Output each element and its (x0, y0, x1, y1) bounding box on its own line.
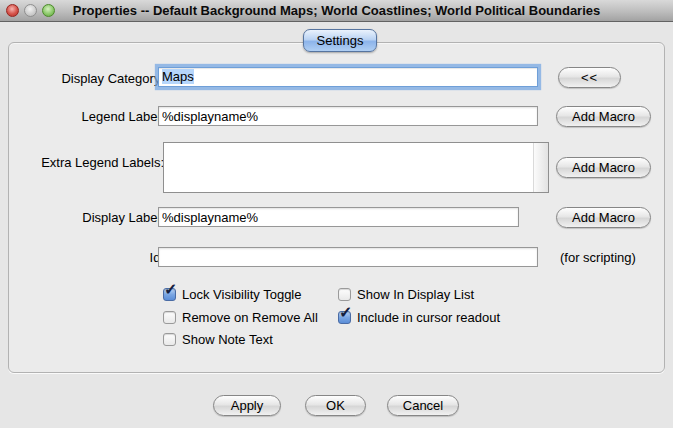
checkbox-label: Include in cursor readout (357, 310, 500, 325)
display-category-label: Display Category: (19, 71, 164, 87)
checkbox-remove-on-remove-all[interactable]: ✓ Remove on Remove All (163, 309, 318, 325)
cancel-button[interactable]: Cancel (387, 395, 459, 416)
display-category-value: Maps (162, 69, 194, 84)
apply-button[interactable]: Apply (213, 395, 281, 416)
checkbox-label: Remove on Remove All (182, 310, 318, 325)
extra-legend-labels-label: Extra Legend Labels: (19, 155, 164, 171)
extra-legend-labels-textarea[interactable] (163, 142, 549, 193)
checkbox-lock-visibility-toggle[interactable]: ✓ Lock Visibility Toggle (163, 286, 301, 302)
checkbox-label: Show In Display List (357, 287, 474, 302)
checkbox-show-note-text[interactable]: ✓ Show Note Text (163, 331, 273, 347)
checkbox-show-in-display-list[interactable]: ✓ Show In Display List (338, 286, 474, 302)
add-macro-button-display[interactable]: Add Macro (556, 207, 651, 228)
add-macro-button-extra[interactable]: Add Macro (556, 157, 651, 178)
add-macro-button-legend[interactable]: Add Macro (556, 106, 651, 127)
id-label: Id: (19, 250, 164, 266)
properties-window: Properties -- Default Background Maps; W… (0, 0, 673, 428)
id-input[interactable] (158, 247, 538, 267)
tab-settings[interactable]: Settings (303, 29, 377, 52)
for-scripting-note: (for scripting) (560, 250, 636, 265)
checkmark-icon: ✓ (164, 282, 177, 298)
titlebar[interactable]: Properties -- Default Background Maps; W… (0, 0, 673, 22)
legend-label-input[interactable] (158, 106, 538, 126)
checkmark-icon: ✓ (339, 305, 352, 321)
checkbox-icon: ✓ (163, 333, 176, 346)
display-category-input[interactable]: Maps (158, 67, 538, 87)
checkbox-icon: ✓ (338, 311, 351, 324)
legend-label-label: Legend Label: (19, 109, 164, 125)
display-label-input[interactable] (158, 207, 519, 227)
textarea-scrollbar[interactable] (533, 143, 548, 192)
checkbox-label: Show Note Text (182, 332, 273, 347)
ok-button[interactable]: OK (305, 395, 366, 416)
checkbox-icon: ✓ (338, 288, 351, 301)
checkbox-label: Lock Visibility Toggle (182, 287, 301, 302)
collapse-button[interactable]: << (558, 67, 621, 88)
checkbox-include-in-cursor-readout[interactable]: ✓ Include in cursor readout (338, 309, 500, 325)
window-title: Properties -- Default Background Maps; W… (0, 3, 673, 18)
display-label-label: Display Label: (19, 210, 164, 226)
settings-groupbox: Display Category: Maps << Legend Label: … (8, 42, 665, 373)
checkbox-icon: ✓ (163, 311, 176, 324)
checkbox-icon: ✓ (163, 288, 176, 301)
